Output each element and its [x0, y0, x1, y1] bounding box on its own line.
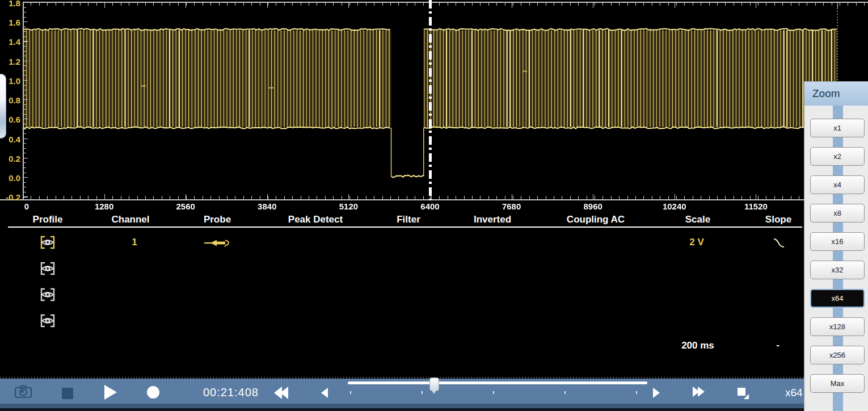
x-tick-label: 2560 — [176, 202, 195, 211]
x-axis-major-ticks — [23, 194, 868, 199]
slider-tick — [350, 391, 351, 394]
column-header-coupling-ac: Coupling AC — [567, 214, 625, 225]
y-tick-label: -0.2 — [0, 192, 20, 200]
fast-forward-triangle — [698, 387, 705, 397]
zoom-level-indicator: x64 — [785, 387, 803, 399]
channel-number: 1 — [132, 237, 137, 248]
y-tick-label: 1.2 — [0, 57, 20, 67]
column-header-slope: Slope — [765, 214, 791, 225]
left-edge-scroll-thumb[interactable] — [0, 74, 6, 139]
slider-tick — [564, 391, 566, 394]
x-tick-label: 7680 — [502, 202, 521, 211]
slider-tick — [636, 391, 637, 394]
zoom-button-x256[interactable]: x256 — [810, 346, 865, 364]
position-slider-thumb[interactable] — [429, 378, 439, 391]
visibility-eye-icon[interactable] — [40, 287, 56, 302]
x-tick-label: 10240 — [663, 202, 686, 211]
zoom-button-x8[interactable]: x8 — [810, 204, 865, 223]
top-ruler-major-ticks — [23, 3, 868, 8]
falling-edge-icon[interactable] — [772, 236, 786, 250]
slider-tick — [422, 391, 423, 394]
visibility-eye-icon[interactable] — [40, 235, 56, 250]
y-tick-label: 0.0 — [0, 173, 20, 183]
oscilloscope-app: 1.81.61.41.21.00.80.60.40.20.0-0.2 01280… — [0, 0, 868, 411]
column-header-scale: Scale — [685, 214, 710, 225]
fast-forward-button[interactable] — [693, 387, 703, 397]
zoom-button-x16[interactable]: x16 — [810, 232, 865, 251]
zoom-button-x4[interactable]: x4 — [810, 175, 865, 194]
column-header-peak-detect: Peak Detect — [288, 214, 343, 225]
x-tick-label: 6400 — [420, 202, 439, 211]
column-header-inverted: Inverted — [474, 214, 511, 225]
x-tick-label: 8960 — [584, 202, 602, 211]
y-axis-major-ticks — [24, 2, 28, 199]
rewind-triangle — [280, 387, 288, 399]
y-tick-label: 1.6 — [0, 18, 20, 28]
timebase-value: 200 ms — [681, 340, 714, 351]
zoom-button-x64[interactable]: x64 — [810, 289, 865, 308]
scale-value: 2 V — [689, 237, 704, 248]
position-slider-track[interactable] — [348, 381, 647, 384]
playback-cursor-line[interactable] — [429, 0, 432, 200]
x-axis — [0, 199, 868, 200]
record-button[interactable] — [147, 386, 159, 399]
camera-icon[interactable] — [14, 383, 33, 400]
column-header-channel: Channel — [111, 214, 149, 225]
play-button[interactable] — [104, 385, 117, 400]
zoom-button-x2[interactable]: x2 — [810, 147, 865, 166]
visibility-eye-icon[interactable] — [40, 261, 56, 276]
waveform-chart: 1.81.61.41.21.00.80.60.40.20.0-0.2 — [0, 0, 868, 200]
y-tick-label: 0.2 — [0, 154, 20, 164]
column-header-filter: Filter — [397, 214, 420, 225]
y-tick-label: 1.8 — [0, 0, 20, 9]
visibility-eye-icon[interactable] — [40, 313, 56, 328]
waveform-canvas — [0, 0, 868, 200]
playback-toolbar: 00:21:408 x64 — [0, 379, 868, 404]
stop-button[interactable] — [62, 388, 73, 399]
x-tick-label: 11520 — [744, 202, 768, 211]
zoom-panel-title: Zoom — [804, 82, 868, 106]
probe-icon[interactable] — [203, 234, 232, 251]
zoom-panel: Zoom x1x2x4x8x16x32x64x128x256Max — [804, 81, 868, 411]
x-tick-label: 1280 — [95, 202, 113, 211]
column-header-probe: Probe — [204, 214, 231, 225]
column-header-profile: Profile — [33, 214, 63, 225]
slider-tick — [493, 391, 494, 394]
header-divider — [8, 227, 802, 228]
toolbar-base — [0, 408, 868, 411]
x-tick-label: 3840 — [258, 202, 276, 211]
timebase-slope: - — [776, 339, 779, 351]
zoom-button-x32[interactable]: x32 — [810, 261, 865, 279]
x-tick-label: 0 — [24, 202, 29, 211]
zoom-button-x1[interactable]: x1 — [810, 119, 865, 137]
zoom-button-x128[interactable]: x128 — [810, 317, 865, 336]
x-axis-labels: 012802560384051206400768089601024011520 — [0, 201, 868, 213]
time-display: 00:21:408 — [203, 386, 259, 399]
x-tick-label: 5120 — [339, 202, 358, 211]
rewind-button[interactable] — [274, 387, 286, 399]
zoom-button-max[interactable]: Max — [810, 374, 865, 393]
y-tick-label: 1.4 — [0, 37, 20, 47]
step-forward-button[interactable] — [653, 388, 660, 398]
toolbar-shadow — [0, 404, 868, 408]
step-back-button[interactable] — [321, 388, 328, 398]
capture-frame-icon-corner — [744, 394, 749, 399]
